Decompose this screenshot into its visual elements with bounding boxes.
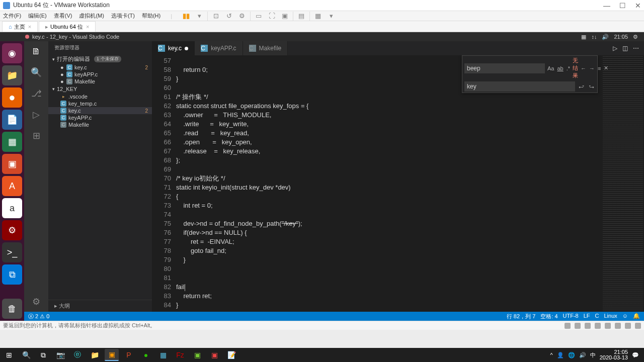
- calc-icon[interactable]: ▦: [2, 132, 22, 152]
- code-area[interactable]: 5758596061626364656667686970717273747576…: [152, 55, 644, 312]
- device-icon[interactable]: [585, 323, 591, 329]
- edge-icon[interactable]: ⓔ: [70, 349, 85, 361]
- whole-word-icon[interactable]: ab: [556, 64, 564, 72]
- prev-match-icon[interactable]: ←: [580, 64, 587, 72]
- debug-icon[interactable]: ▷: [30, 109, 42, 121]
- trash-icon[interactable]: 🗑: [2, 299, 22, 319]
- extensions-icon[interactable]: ⊞: [30, 130, 42, 142]
- device-icon[interactable]: [575, 323, 581, 329]
- manage-icon[interactable]: ⚙: [237, 11, 247, 21]
- bell-icon[interactable]: 🔔: [633, 313, 640, 320]
- vscode-launcher-icon[interactable]: ⧉: [2, 264, 22, 285]
- terminal-icon[interactable]: >_: [2, 242, 22, 262]
- device-icon[interactable]: [615, 323, 621, 329]
- file-tree-item[interactable]: CMakefile: [48, 121, 152, 128]
- status-spaces[interactable]: 空格: 4: [540, 313, 557, 320]
- connect-device-icon[interactable]: ▤: [296, 11, 306, 21]
- more-icon[interactable]: ⋯: [633, 45, 639, 52]
- app-icon[interactable]: ▣: [190, 349, 204, 361]
- menu-vm[interactable]: 虚拟机(M): [79, 12, 104, 20]
- search-icon[interactable]: 🔍: [30, 66, 42, 78]
- unity-icon[interactable]: ▣: [280, 11, 290, 21]
- toolbar-btn[interactable]: ▾: [194, 11, 204, 21]
- file-tree-item[interactable]: CkeyAPP.c: [48, 114, 152, 121]
- settings-gear-icon[interactable]: ⚙: [30, 296, 42, 308]
- explorer-icon[interactable]: 📁: [88, 349, 102, 361]
- open-editor-item[interactable]: ●Ckey.c2: [48, 64, 152, 71]
- tray-network-icon[interactable]: 🌐: [568, 352, 575, 358]
- run-icon[interactable]: ▷: [613, 45, 617, 52]
- feedback-icon[interactable]: ☺: [622, 313, 628, 320]
- wechat-icon[interactable]: ●: [139, 349, 153, 361]
- filezilla-icon[interactable]: Fz: [173, 349, 187, 361]
- menu-tabs[interactable]: 选项卡(T): [111, 12, 135, 20]
- powerpoint-icon[interactable]: P: [122, 349, 136, 361]
- tray-people-icon[interactable]: 👤: [557, 352, 564, 358]
- amazon-icon[interactable]: a: [2, 198, 22, 218]
- revert-icon[interactable]: ↺: [224, 11, 234, 21]
- status-errors[interactable]: ⓧ 2 ⚠ 0: [28, 313, 49, 320]
- tray-sound-icon[interactable]: 🔊: [579, 352, 586, 358]
- editor-tab[interactable]: Ckey.c: [152, 41, 195, 55]
- status-eol[interactable]: LF: [584, 313, 590, 320]
- close-icon[interactable]: ×: [28, 24, 31, 30]
- vmware-task-icon[interactable]: ▣: [105, 349, 119, 361]
- open-editor-item[interactable]: ●CkeyAPP.c: [48, 71, 152, 78]
- regex-icon[interactable]: .*: [566, 64, 571, 72]
- start-button[interactable]: ⊞: [2, 349, 16, 361]
- app-icon[interactable]: ▦: [156, 349, 170, 361]
- source-control-icon[interactable]: ⎇: [30, 87, 42, 100]
- editor-tab[interactable]: CMakefile: [243, 41, 288, 55]
- sound-icon[interactable]: 🔊: [602, 34, 609, 40]
- open-editor-item[interactable]: ●CMakefile: [48, 78, 152, 85]
- file-tree-item[interactable]: Ckey.c2: [48, 107, 152, 114]
- more-icon[interactable]: ▾: [326, 11, 336, 21]
- impress-icon[interactable]: ▣: [2, 154, 22, 174]
- close-icon[interactable]: ✕: [603, 64, 609, 72]
- menu-edit[interactable]: 编辑(E): [28, 12, 47, 20]
- status-cursor-pos[interactable]: 行 82，列 7: [507, 313, 535, 320]
- outline-section[interactable]: ▸ 大纲: [48, 300, 152, 312]
- window-maximize-icon[interactable]: ☐: [619, 2, 626, 10]
- files-icon[interactable]: 📁: [2, 65, 22, 85]
- snapshot-icon[interactable]: ⊡: [211, 11, 221, 21]
- fit-icon[interactable]: ▭: [254, 11, 264, 21]
- find-input[interactable]: [464, 63, 545, 73]
- network-icon[interactable]: ↕↓: [591, 34, 597, 40]
- menu-view[interactable]: 查看(V): [54, 12, 72, 20]
- task-view-icon[interactable]: ⧉: [36, 349, 50, 361]
- device-icon[interactable]: [635, 323, 641, 329]
- match-case-icon[interactable]: Aa: [547, 64, 554, 72]
- layout-icon[interactable]: ▦: [581, 34, 586, 40]
- app-icon[interactable]: ▣: [207, 349, 221, 361]
- firefox-icon[interactable]: ●: [2, 87, 22, 108]
- gear-icon[interactable]: ⚙: [633, 34, 638, 40]
- device-icon[interactable]: [595, 323, 601, 329]
- menu-help[interactable]: 帮助(H): [142, 12, 160, 20]
- tray-ime-icon[interactable]: 中: [590, 351, 596, 359]
- notepad-icon[interactable]: 📝: [224, 349, 238, 361]
- vmware-tab-guest[interactable]: ▸ Ubuntu 64 位 ×: [39, 21, 96, 32]
- file-tree-item[interactable]: ▸.vscode: [48, 93, 152, 100]
- notifications-icon[interactable]: 💬: [632, 352, 639, 358]
- window-minimize-icon[interactable]: —: [603, 2, 610, 10]
- replace-input[interactable]: [464, 81, 575, 92]
- device-icon[interactable]: [565, 323, 571, 329]
- code-text[interactable]: return 0;} /* 操作集 */static const struct …: [176, 55, 599, 312]
- camera-icon[interactable]: 📷: [53, 349, 67, 361]
- fullscreen-icon[interactable]: ⛶: [267, 11, 277, 21]
- replace-all-icon[interactable]: ⮑: [587, 82, 595, 90]
- replace-one-icon[interactable]: ⮐: [577, 82, 585, 90]
- selection-icon[interactable]: ≡: [597, 64, 601, 72]
- system-tray[interactable]: ^ 👤 🌐 🔊 中 21:05 2020-03-13 💬: [550, 349, 642, 360]
- settings-icon[interactable]: ⚙: [2, 220, 22, 240]
- screenshot-icon[interactable]: ▦: [313, 11, 323, 21]
- split-editor-icon[interactable]: ◫: [622, 45, 628, 52]
- editor-tab[interactable]: CkeyAPP.c: [195, 41, 243, 55]
- next-match-icon[interactable]: →: [589, 64, 595, 72]
- writer-icon[interactable]: 📄: [2, 110, 22, 130]
- window-close-icon[interactable]: [25, 35, 29, 39]
- device-icon[interactable]: [605, 323, 611, 329]
- dash-icon[interactable]: ◉: [2, 43, 22, 63]
- device-icon[interactable]: [625, 323, 631, 329]
